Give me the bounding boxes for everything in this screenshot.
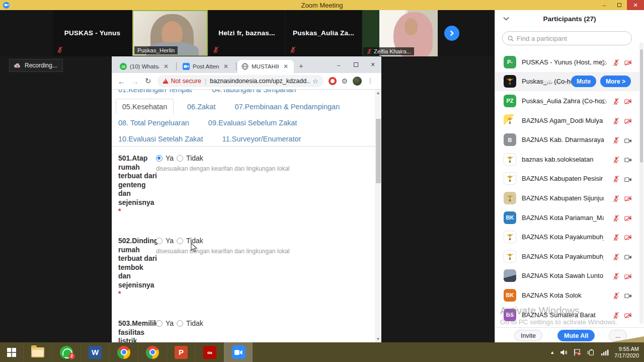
participant-row[interactable]: BAZNAS Kabupaten Sijunjung	[495, 188, 641, 208]
tab-close-icon[interactable]: ✕	[162, 63, 170, 70]
participant-row[interactable]: Puskas_... (Co-host)MuteMore >	[495, 72, 641, 92]
video-tile[interactable]: PUSKAS - Yunus	[53, 10, 132, 56]
radio-label: Ya	[166, 154, 174, 162]
form-section-link[interactable]: 07.Pembinaan & Pendampingan	[234, 103, 340, 111]
maximize-button[interactable]	[612, 0, 627, 10]
taskbar-app-acrobat[interactable]: ∞	[195, 342, 224, 362]
mic-muted-icon	[56, 46, 63, 53]
radio-ya[interactable]	[156, 320, 163, 327]
tab-close-icon[interactable]: ✕	[222, 63, 230, 70]
close-button[interactable]: ✕	[627, 0, 644, 10]
mic-muted-icon	[612, 234, 620, 240]
activate-windows-watermark: Activate Windows	[500, 305, 580, 317]
radio-ya[interactable]	[156, 238, 163, 244]
browser-minimize-button[interactable]: –	[330, 56, 347, 73]
forward-icon[interactable]: →	[131, 77, 139, 86]
mute-all-button[interactable]: Mute All	[557, 330, 595, 341]
taskbar-app-chrome[interactable]	[109, 342, 138, 362]
participant-row[interactable]: BKBAZNAS Kota Pariaman_Marlind...	[495, 208, 641, 228]
next-page-button[interactable]	[444, 26, 459, 41]
new-tab-button[interactable]: +	[299, 61, 303, 70]
taskbar-app-zoomapp[interactable]	[224, 342, 253, 362]
tab-kesehatan[interactable]: 05.Kesehatan	[116, 99, 174, 114]
tray-expand-icon[interactable]: ▲	[550, 350, 554, 355]
taskbar-app-chrome[interactable]	[138, 342, 167, 362]
browser-maximize-button[interactable]	[347, 56, 364, 73]
video-tile[interactable]: Helzi fr, baznas...	[209, 10, 285, 56]
participant-tile-name: PUSKAS - Yunus	[53, 29, 132, 37]
form-section-link[interactable]: 08. Total Pengeluaran	[118, 119, 189, 127]
browser-close-button[interactable]: ✕	[364, 56, 381, 73]
form-section-link[interactable]: 11.Surveyor/Enumerator	[222, 135, 301, 143]
cloud-recording-icon	[600, 59, 608, 65]
tab-title: MUSTAHIK D	[252, 63, 279, 69]
radio-tidak[interactable]	[177, 155, 183, 162]
participant-row[interactable]: BAZNAS Kabupaten Pesisir Sela...	[495, 169, 641, 189]
participants-scrollbar[interactable]	[639, 42, 643, 324]
participant-row[interactable]: BBAZNAS Kab. Dharmasraya_Am...	[495, 130, 641, 150]
taskbar-app-explorer[interactable]	[23, 342, 52, 362]
scroll-down-icon[interactable]: ▼	[375, 336, 381, 342]
scroll-up-icon[interactable]: ▲	[375, 90, 381, 96]
participant-row[interactable]: P-PUSKAS - Yunus (Host, me)	[495, 52, 641, 72]
recording-indicator[interactable]: Recording...	[9, 59, 63, 72]
video-tile[interactable]: Zelfia Khaira...	[362, 10, 438, 56]
radio-tidak[interactable]	[177, 320, 183, 327]
participants-scrollbar-thumb[interactable]	[640, 49, 643, 163]
form-section-link[interactable]: 10.Evaluasi Setelah Zakat	[118, 135, 203, 143]
browser-tab[interactable]: 10(10) WhatsA✕	[116, 60, 174, 73]
action-center-flag-icon[interactable]	[574, 349, 582, 356]
participant-row[interactable]: PZPuskas_Aulia Zahra (Co-host)	[495, 91, 641, 111]
tab-close-icon[interactable]: ✕	[282, 63, 290, 70]
search-input[interactable]	[517, 35, 626, 42]
reload-icon[interactable]: ↻	[145, 77, 151, 86]
radio-ya[interactable]	[156, 155, 163, 162]
browser-scrollbar[interactable]: ▲ ▼	[375, 90, 381, 342]
volume-icon[interactable]	[560, 349, 568, 356]
invite-button[interactable]: Invite	[514, 330, 542, 341]
camera-off-icon	[624, 214, 632, 221]
back-icon[interactable]: ←	[118, 77, 125, 86]
radio-tidak[interactable]	[177, 238, 183, 244]
whatsapp-favicon: 10	[120, 63, 127, 70]
video-tile[interactable]: Puskas_Herlin	[132, 10, 208, 56]
bookmark-star-icon[interactable]: ☆	[312, 78, 318, 85]
camera-on-icon	[624, 175, 632, 182]
participant-name: BAZNAS Kota Solok	[522, 292, 604, 299]
participant-row[interactable]: BAZNAS Agam_Dodi Mulya Putra	[495, 111, 641, 130]
participant-row[interactable]: baznas kab.solokselatan	[495, 150, 641, 169]
url-text: baznasindonesia.com/upz_kdzadd...	[210, 78, 309, 85]
extensions-puzzle-icon[interactable]: ⚙	[342, 77, 348, 85]
extension-adblock-icon[interactable]	[329, 77, 337, 85]
network-signal-icon[interactable]	[601, 349, 609, 356]
participant-row[interactable]: BAZNAS Kota Sawah Lunto	[495, 266, 641, 286]
taskbar-app-whatsapp[interactable]: 2	[52, 342, 80, 362]
form-section-link[interactable]: 04.Tabungan & Simpanan	[212, 90, 296, 94]
browser-tab[interactable]: MUSTAHIK D✕	[237, 60, 294, 73]
minimize-button[interactable]: –	[597, 0, 612, 10]
taskbar-app-word[interactable]: W	[80, 342, 109, 362]
browser-tab[interactable]: Post Attende✕	[179, 60, 234, 73]
participant-row[interactable]: BKBAZNAS Kota Solok	[495, 285, 641, 305]
participant-row[interactable]: BAZNAS Kota Payakumbuh_Oktr...	[495, 227, 641, 247]
browser-menu-icon[interactable]: ⋮	[367, 80, 373, 83]
start-button[interactable]	[0, 342, 23, 362]
participant-more-button[interactable]: More >	[600, 76, 631, 87]
footer-more-button[interactable]: ...	[609, 330, 627, 341]
taskbar-clock[interactable]: 9:55 AM 7/17/2020	[614, 346, 639, 359]
taskbar-app-powerpoint[interactable]: P	[167, 342, 195, 362]
form-section-link[interactable]: 09.Evaluasi Sebelum Zakat	[208, 119, 297, 127]
participant-avatar: BK	[504, 289, 516, 302]
battery-icon[interactable]	[587, 349, 595, 356]
form-section-link[interactable]: 06.Zakat	[187, 103, 215, 111]
scrollbar-thumb[interactable]	[376, 119, 381, 183]
form-section-link[interactable]: 01.Keterangan Tempat	[118, 90, 192, 94]
profile-avatar[interactable]	[353, 77, 362, 86]
svg-text:10: 10	[121, 65, 125, 68]
participant-row[interactable]: BAZNAS Kota Payakumbuh_RIFA...	[495, 247, 641, 266]
page-content: 01.Keterangan Tempat04.Tabungan & Simpan…	[112, 90, 375, 342]
participant-search[interactable]	[502, 31, 632, 45]
mute-participant-button[interactable]: Mute	[571, 76, 596, 87]
video-tile[interactable]: Puskas_Aulia Za...	[286, 10, 361, 56]
url-bar[interactable]: Not secure | baznasindonesia.com/upz_kdz…	[157, 75, 324, 87]
